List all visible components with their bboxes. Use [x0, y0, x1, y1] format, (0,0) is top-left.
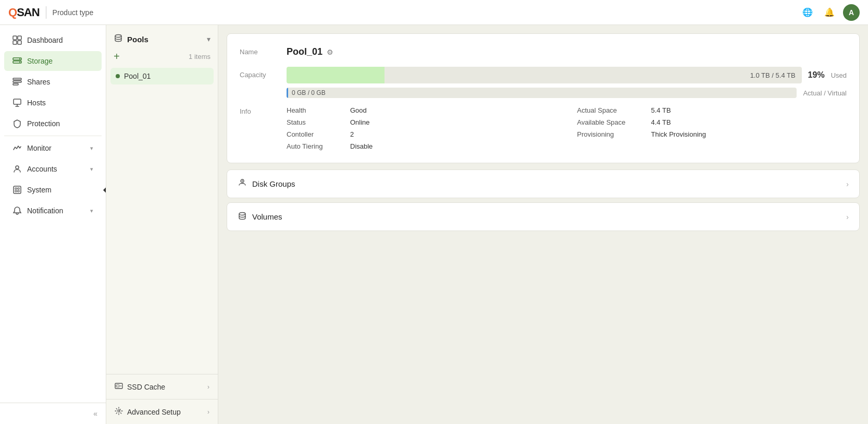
svg-rect-1	[18, 36, 21, 40]
pools-header: Pools ▾	[106, 25, 218, 49]
auto-tiering-value: Disable	[350, 142, 373, 150]
virtual-bar-text: 0 GB / 0 GB	[292, 89, 326, 96]
capacity-bar-fill	[287, 67, 385, 83]
actual-space-label: Actual Space	[577, 106, 645, 114]
svg-rect-14	[15, 188, 17, 189]
sidebar-label-dashboard: Dashboard	[27, 36, 63, 44]
shares-icon	[13, 77, 22, 87]
svg-rect-11	[14, 99, 21, 104]
ssd-icon	[115, 382, 123, 392]
svg-point-25	[239, 213, 245, 215]
sidebar-item-dashboard[interactable]: Dashboard	[4, 30, 102, 50]
svg-point-21	[120, 385, 121, 386]
sidebar-item-protection[interactable]: Protection	[4, 114, 102, 134]
available-space-value: 4.4 TB	[651, 118, 671, 126]
hosts-icon	[13, 98, 22, 107]
sidebar-label-protection: Protection	[27, 119, 60, 128]
pools-chevron-icon[interactable]: ▾	[207, 35, 210, 43]
controller-value: 2	[350, 130, 354, 138]
disk-groups-left: Disk Groups	[238, 178, 295, 189]
capacity-bar-text: 1.0 TB / 5.4 TB	[750, 71, 796, 79]
advanced-setup-icon	[115, 407, 123, 417]
globe-icon[interactable]: 🌐	[799, 4, 816, 21]
gear-icon[interactable]: ⚙	[327, 48, 333, 56]
ssd-cache-label: SSD Cache	[127, 383, 165, 391]
brand-logo: QSAN	[8, 6, 40, 19]
health-value: Good	[350, 106, 367, 114]
pools-add-button[interactable]: +	[114, 51, 120, 62]
name-field-label: Name	[240, 46, 287, 56]
pools-bottom: SSD Cache › Advanced Setup ›	[106, 374, 218, 424]
advanced-setup-row[interactable]: Advanced Setup ›	[106, 399, 218, 424]
controller-label: Contoller	[287, 130, 344, 138]
pools-title: Pools	[114, 33, 148, 45]
sidebar-label-hosts: Hosts	[27, 99, 46, 107]
status-label: Status	[287, 118, 344, 126]
auto-tiering-label: Auto Tiering	[287, 142, 344, 150]
pools-title-icon	[114, 33, 123, 45]
sidebar-item-notification[interactable]: Notification ▾	[4, 201, 102, 221]
volumes-icon	[238, 211, 247, 222]
volumes-label: Volumes	[252, 212, 282, 221]
sidebar-item-storage[interactable]: Storage	[4, 51, 102, 71]
svg-rect-3	[18, 41, 21, 44]
pool-item[interactable]: Pool_01	[110, 68, 214, 84]
notification-icon	[13, 206, 22, 215]
sidebar-item-shares[interactable]: Shares	[4, 72, 102, 92]
sidebar-divider-1	[4, 136, 102, 136]
disk-groups-chevron-icon: ›	[846, 180, 849, 188]
sidebar-label-accounts: Accounts	[27, 165, 57, 173]
capacity-percent-label: 19%	[808, 70, 825, 80]
volumes-chevron-icon: ›	[846, 213, 849, 221]
ssd-cache-left: SSD Cache	[115, 382, 165, 392]
svg-rect-9	[13, 81, 21, 82]
sidebar: Dashboard Storage Shares Hosts	[0, 25, 106, 424]
sidebar-item-monitor[interactable]: Monitor ▾	[4, 138, 102, 158]
sidebar-item-accounts[interactable]: Accounts ▾	[4, 159, 102, 179]
svg-rect-20	[116, 385, 119, 387]
dashboard-icon	[13, 35, 22, 45]
info-right: Actual Space 5.4 TB Available Space 4.4 …	[577, 106, 847, 150]
svg-rect-8	[13, 78, 21, 80]
storage-icon	[13, 56, 22, 66]
svg-point-24	[242, 180, 243, 181]
advanced-setup-left: Advanced Setup	[115, 407, 181, 417]
pools-toolbar: + 1 items	[106, 49, 218, 66]
detail-panel: Name Pool_01 ⚙ Capacity 1.0 TB	[218, 25, 868, 424]
disk-groups-row[interactable]: Disk Groups ›	[227, 169, 860, 198]
sidebar-collapse-button[interactable]: «	[0, 403, 106, 424]
accounts-icon	[13, 164, 22, 174]
ssd-cache-row[interactable]: SSD Cache ›	[106, 374, 218, 399]
virtual-bar: 0 GB / 0 GB	[287, 88, 797, 98]
capacity-bar: 1.0 TB / 5.4 TB	[287, 67, 802, 83]
svg-rect-15	[18, 188, 19, 189]
pools-list: Pool_01	[106, 66, 218, 374]
protection-icon	[13, 119, 22, 128]
bell-icon[interactable]: 🔔	[821, 4, 838, 21]
disk-groups-icon	[238, 178, 247, 189]
svg-point-7	[19, 62, 20, 63]
pool-name-value: Pool_01	[287, 46, 323, 57]
advanced-setup-label: Advanced Setup	[127, 408, 181, 416]
system-icon	[13, 185, 22, 195]
volumes-row[interactable]: Volumes ›	[227, 202, 860, 231]
svg-point-22	[118, 410, 120, 412]
advanced-setup-chevron-icon: ›	[207, 408, 209, 416]
sidebar-label-system: System	[27, 186, 52, 194]
pool-item-name: Pool_01	[124, 72, 151, 80]
available-space-label: Available Space	[577, 118, 645, 126]
used-label: Used	[831, 71, 847, 79]
sidebar-item-hosts[interactable]: Hosts	[4, 93, 102, 113]
avatar[interactable]: A	[843, 4, 860, 21]
pools-count-label: 1 items	[189, 53, 210, 60]
svg-point-6	[19, 58, 20, 59]
pool-status-dot	[116, 74, 120, 78]
topbar-right: 🌐 🔔 A	[799, 4, 860, 21]
virtual-bar-fill	[287, 88, 288, 98]
main-layout: Dashboard Storage Shares Hosts	[0, 25, 868, 424]
actual-space-value: 5.4 TB	[651, 106, 671, 114]
topbar-divider	[46, 6, 46, 19]
svg-rect-16	[15, 190, 17, 192]
provisioning-label: Provisioning	[577, 130, 645, 138]
sidebar-item-system[interactable]: System System	[4, 180, 102, 200]
